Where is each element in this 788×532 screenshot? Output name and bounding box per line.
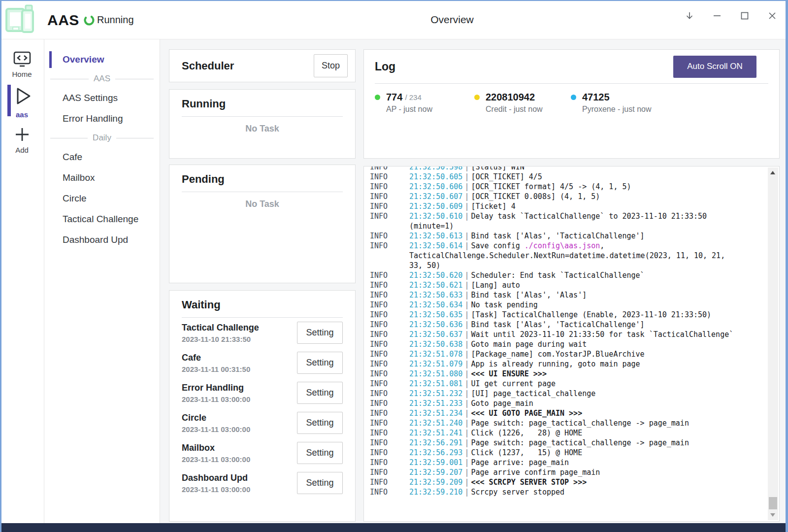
log-message: <<< UI ENSURE >>> — [471, 369, 547, 378]
log-level: INFO — [370, 339, 388, 349]
divider-line — [50, 138, 88, 138]
minimize-icon — [712, 10, 722, 21]
log-timestamp: 21:32:51.240 — [409, 419, 462, 428]
divider-line — [50, 79, 89, 79]
waiting-task-info: Circle2023-11-11 03:00:00 — [182, 412, 297, 434]
pending-title: Pending — [182, 173, 343, 186]
log-timestamp: 21:32:59.001 — [409, 458, 462, 467]
log-line: INFO21:32:51.232|[UI] page_tactical_chal… — [370, 389, 739, 399]
scrollbar-track[interactable] — [768, 167, 778, 520]
waiting-task-time: 2023-11-11 03:00:00 — [182, 425, 297, 434]
rail-item-add[interactable]: Add — [0, 125, 44, 154]
app-logo-icon — [4, 3, 36, 36]
waiting-task-time: 2023-11-11 03:00:00 — [182, 455, 297, 465]
sidebar-item-error-handling[interactable]: Error Handling — [44, 108, 160, 129]
waiting-task-setting-button[interactable]: Setting — [297, 322, 343, 344]
log-level: INFO — [370, 399, 388, 408]
rail-item-aas[interactable]: aas — [0, 84, 44, 119]
log-pipe-icon: | — [464, 300, 469, 309]
log-level: INFO — [370, 241, 388, 251]
log-line: INFO21:32:50.638|Goto main page during w… — [370, 339, 739, 349]
nav-rail: Home aas Add — [0, 39, 44, 523]
stat-dot-icon — [474, 95, 480, 100]
waiting-task-setting-button[interactable]: Setting — [297, 412, 343, 434]
sidebar-item-circle[interactable]: Circle — [44, 188, 160, 209]
log-timestamp: 21:32:50.606 — [409, 182, 462, 191]
log-pipe-icon: | — [464, 340, 469, 349]
log-timestamp: 21:32:50.605 — [409, 172, 462, 181]
sidebar-item-dashboard-upd[interactable]: Dashboard Upd — [44, 230, 160, 250]
sidebar-active-indicator — [49, 51, 52, 68]
divider-line — [115, 79, 154, 79]
waiting-task-setting-button[interactable]: Setting — [297, 442, 343, 464]
log-line: INFO21:32:50.607|[OCR_TICKET 0.008s] (4,… — [370, 192, 739, 201]
log-line: INFO21:32:50.606|[OCR_TICKET format] 4/5… — [370, 182, 739, 192]
log-line: INFO21:32:51.081|UI get current page — [370, 379, 739, 389]
log-timestamp: 21:32:51.232 — [409, 389, 462, 398]
waiting-task-row: Error Handling2023-11-11 03:00:00Setting — [182, 378, 343, 408]
scrollbar-thumb[interactable] — [769, 497, 777, 509]
waiting-task-name: Error Handling — [182, 382, 297, 394]
log-line: INFO21:32:56.291|Page switch: page_tacti… — [370, 438, 739, 448]
sidebar-item-cafe[interactable]: Cafe — [44, 147, 160, 167]
log-level: INFO — [370, 310, 388, 320]
log-timestamp: 21:32:56.293 — [409, 448, 462, 457]
waiting-task-setting-button[interactable]: Setting — [297, 472, 343, 494]
rail-item-home[interactable]: Home — [0, 50, 44, 78]
stat-label: Credit - just now — [486, 105, 571, 114]
log-message: Scheduler: End task `TacticalChallenge` — [471, 271, 644, 280]
log-message: [Task] TacticalChallenge (Enable, 2023-1… — [471, 310, 711, 319]
log-stat: 774/ 234AP - just now — [375, 92, 474, 114]
scroll-up-arrow-icon[interactable] — [770, 171, 775, 174]
close-button[interactable] — [762, 6, 782, 26]
waiting-task-row: Tactical Challenge2023-11-10 21:33:50Set… — [182, 318, 343, 348]
stat-value: 47125 — [582, 92, 610, 103]
scroll-down-arrow-icon[interactable] — [770, 513, 775, 517]
log-level: INFO — [370, 320, 388, 330]
waiting-task-info: Dashboard Upd2023-11-11 03:00:00 — [182, 472, 297, 495]
log-level: INFO — [370, 231, 388, 241]
log-line: INFO21:32:56.293|Click (1237, 15) @ HOME — [370, 448, 739, 458]
log-level: INFO — [370, 477, 388, 487]
sidebar-item-aas-settings[interactable]: AAS Settings — [44, 88, 160, 108]
waiting-task-info: Cafe2023-11-11 00:31:50 — [182, 352, 297, 374]
log-pipe-icon: | — [464, 419, 469, 428]
log-pipe-icon: | — [464, 448, 469, 457]
waiting-task-time: 2023-11-11 03:00:00 — [182, 395, 297, 404]
log-timestamp: 21:32:51.241 — [409, 429, 462, 437]
divider-line — [116, 138, 154, 138]
sidebar-item-mailbox[interactable]: Mailbox — [44, 167, 160, 188]
log-level: INFO — [370, 182, 388, 192]
waiting-task-setting-button[interactable]: Setting — [297, 382, 343, 404]
waiting-task-time: 2023-11-10 21:33:50 — [182, 334, 297, 344]
log-line: INFO21:32:50.614|Save config ./config\aa… — [370, 241, 739, 270]
log-line: INFO21:32:59.207|Page arrive confirm pag… — [370, 467, 739, 477]
log-pipe-icon: | — [464, 458, 469, 467]
log-pipe-icon: | — [464, 241, 469, 250]
log-message: Wait until 2023-11-10 21:33:50 for task … — [471, 330, 733, 339]
log-pipe-icon: | — [464, 429, 469, 437]
log-level: INFO — [370, 458, 388, 467]
log-pipe-icon: | — [464, 350, 469, 359]
log-timestamp: 21:32:50.610 — [409, 212, 462, 221]
log-stat: 220810942Credit - just now — [474, 92, 571, 114]
maximize-button[interactable] — [735, 6, 755, 26]
stat-value: 774 — [386, 92, 402, 103]
log-stat-value-row: 220810942 — [474, 92, 571, 103]
minimize-button[interactable] — [707, 6, 727, 26]
waiting-title: Waiting — [182, 299, 343, 311]
waiting-task-setting-button[interactable]: Setting — [297, 352, 343, 374]
scheduler-stop-button[interactable]: Stop — [314, 54, 348, 77]
waiting-task-name: Tactical Challenge — [182, 322, 297, 333]
log-timestamp: 21:32:50.620 — [409, 271, 462, 280]
sidebar-item-overview[interactable]: Overview — [44, 50, 160, 70]
log-pipe-icon: | — [464, 488, 469, 497]
auto-scroll-button[interactable]: Auto Scroll ON — [673, 56, 756, 78]
sidebar-item-tactical-challenge[interactable]: Tactical Challenge — [44, 209, 160, 230]
waiting-task-name: Dashboard Upd — [182, 472, 297, 484]
running-panel: Running No Task — [169, 89, 356, 159]
download-button[interactable] — [680, 6, 699, 26]
log-timestamp: 21:32:50.635 — [409, 310, 462, 319]
log-level: INFO — [370, 369, 388, 379]
waiting-task-row: Dashboard Upd2023-11-11 03:00:00Setting — [182, 468, 343, 498]
